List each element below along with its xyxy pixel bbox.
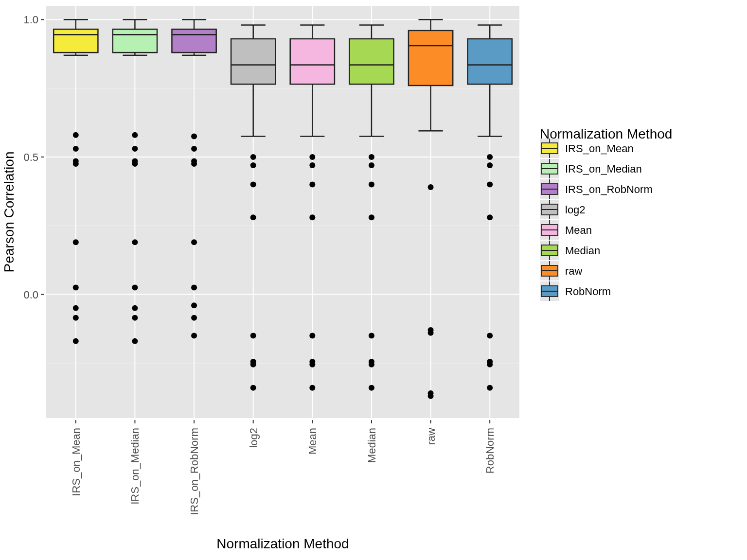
legend-item-log2: log2: [540, 200, 586, 219]
outlier-point: [250, 214, 256, 220]
legend-item-IRS_on_Median: IRS_on_Median: [540, 159, 642, 178]
outlier-point: [369, 214, 374, 220]
outlier-point: [73, 239, 79, 245]
legend-item-Median: Median: [540, 241, 600, 260]
x-tick-label: IRS_on_Mean: [70, 428, 82, 496]
outlier-point: [191, 239, 197, 245]
outlier-point: [250, 181, 256, 187]
outlier-point: [309, 214, 315, 220]
legend-label: Median: [565, 245, 600, 257]
x-tick-label: IRS_on_Median: [129, 428, 141, 505]
outlier-point: [191, 146, 197, 152]
legend-title: Normalization Method: [540, 126, 672, 141]
outlier-point: [250, 154, 256, 160]
legend-item-IRS_on_RobNorm: IRS_on_RobNorm: [540, 179, 653, 199]
svg-rect-4: [53, 29, 98, 52]
outlier-point: [369, 162, 374, 168]
legend-label: RobNorm: [565, 285, 611, 298]
outlier-point: [309, 181, 315, 187]
outlier-point: [73, 315, 79, 321]
outlier-point: [132, 315, 138, 321]
outlier-point: [250, 332, 256, 338]
outlier-point: [369, 385, 374, 391]
outlier-point: [309, 162, 315, 168]
y-axis-title: Pearson Correlation: [1, 151, 17, 272]
outlier-point: [487, 154, 493, 160]
outlier-point: [428, 393, 434, 399]
x-tick-label: RobNorm: [484, 428, 496, 473]
y-tick-label: 0.0: [23, 289, 38, 301]
x-tick-label: Mean: [306, 428, 319, 455]
x-tick-label: IRS_on_RobNorm: [188, 428, 200, 515]
y-tick-label: 1.0: [23, 14, 38, 26]
outlier-point: [369, 332, 374, 338]
svg-rect-22: [231, 39, 275, 84]
legend-item-raw: raw: [540, 261, 583, 280]
outlier-point: [487, 362, 493, 368]
outlier-point: [132, 146, 138, 152]
x-tick-label: log2: [248, 428, 260, 448]
outlier-point: [73, 161, 79, 167]
x-axis-title: Normalization Method: [216, 536, 349, 551]
y-tick-label: 0.5: [23, 151, 38, 163]
outlier-point: [369, 154, 374, 160]
outlier-point: [250, 362, 256, 368]
outlier-point: [191, 134, 197, 140]
outlier-point: [250, 385, 256, 391]
legend-label: IRS_on_Mean: [565, 142, 634, 155]
svg-rect-40: [409, 31, 453, 86]
outlier-point: [309, 154, 315, 160]
outlier-point: [487, 162, 493, 168]
legend-label: raw: [565, 265, 583, 277]
outlier-point: [191, 161, 197, 167]
legend-label: IRS_on_Median: [565, 163, 642, 175]
legend-label: Mean: [565, 224, 592, 236]
outlier-point: [73, 284, 79, 290]
outlier-point: [369, 181, 374, 187]
outlier-point: [132, 338, 138, 344]
outlier-point: [309, 332, 315, 338]
svg-rect-34: [349, 39, 393, 84]
svg-rect-10: [113, 29, 157, 52]
outlier-point: [132, 239, 138, 245]
outlier-point: [428, 330, 434, 336]
outlier-point: [191, 332, 197, 338]
outlier-point: [132, 284, 138, 290]
svg-rect-28: [290, 39, 335, 84]
outlier-point: [250, 162, 256, 168]
outlier-point: [309, 362, 315, 368]
outlier-point: [73, 338, 79, 344]
svg-rect-16: [172, 29, 216, 52]
outlier-point: [369, 362, 374, 368]
outlier-point: [487, 181, 493, 187]
x-tick-label: Median: [366, 428, 378, 463]
outlier-point: [73, 305, 79, 311]
outlier-point: [132, 161, 138, 167]
outlier-point: [487, 332, 493, 338]
outlier-point: [487, 214, 493, 220]
outlier-point: [132, 132, 138, 138]
outlier-point: [191, 302, 197, 308]
outlier-point: [428, 184, 434, 190]
outlier-point: [191, 315, 197, 321]
outlier-point: [132, 305, 138, 311]
legend-item-IRS_on_Mean: IRS_on_Mean: [540, 139, 634, 158]
svg-rect-46: [468, 39, 512, 84]
outlier-point: [309, 385, 315, 391]
legend-item-Mean: Mean: [540, 220, 592, 240]
boxplot-chart: 0.00.51.0IRS_on_MeanIRS_on_MedianIRS_on_…: [0, 0, 747, 560]
outlier-point: [73, 146, 79, 152]
legend-label: IRS_on_RobNorm: [565, 183, 653, 195]
outlier-point: [191, 284, 197, 290]
outlier-point: [73, 132, 79, 138]
legend-item-RobNorm: RobNorm: [540, 281, 611, 301]
x-tick-label: raw: [425, 428, 437, 445]
outlier-point: [487, 385, 493, 391]
legend-label: log2: [565, 204, 586, 216]
